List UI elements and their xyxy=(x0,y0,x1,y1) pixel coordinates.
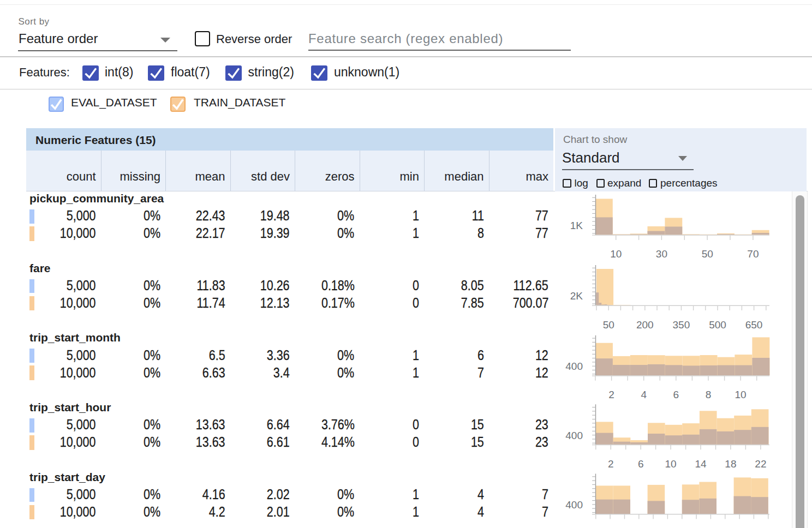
svg-text:70: 70 xyxy=(747,248,759,260)
svg-text:10: 10 xyxy=(735,389,747,400)
svg-text:400: 400 xyxy=(565,430,583,441)
svg-text:22: 22 xyxy=(755,458,766,470)
svg-text:350: 350 xyxy=(673,319,690,331)
svg-text:500: 500 xyxy=(709,319,726,331)
svg-text:6: 6 xyxy=(673,389,679,400)
svg-text:1K: 1K xyxy=(570,220,583,231)
svg-text:650: 650 xyxy=(745,319,763,331)
svg-text:50: 50 xyxy=(702,248,713,260)
svg-text:30: 30 xyxy=(656,248,667,260)
svg-text:2: 2 xyxy=(608,458,614,470)
svg-text:400: 400 xyxy=(565,361,583,372)
svg-text:50: 50 xyxy=(603,319,614,331)
svg-text:400: 400 xyxy=(565,499,583,511)
svg-text:14: 14 xyxy=(695,458,707,470)
svg-text:8: 8 xyxy=(706,389,712,400)
svg-text:10: 10 xyxy=(610,248,622,260)
svg-text:18: 18 xyxy=(725,458,736,470)
svg-text:2: 2 xyxy=(608,389,614,400)
svg-text:4: 4 xyxy=(641,389,647,400)
svg-text:200: 200 xyxy=(636,319,654,331)
svg-text:6: 6 xyxy=(638,458,644,470)
svg-text:2K: 2K xyxy=(570,290,583,302)
svg-text:10: 10 xyxy=(665,458,677,470)
